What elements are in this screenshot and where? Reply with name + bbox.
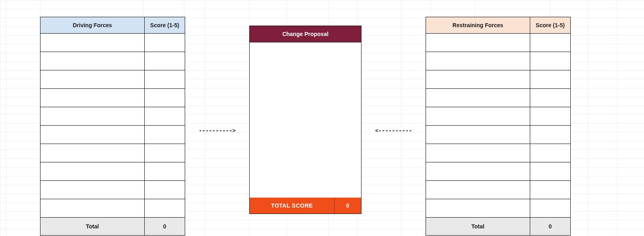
table-row	[426, 144, 570, 162]
restraining-score-cell[interactable]	[530, 89, 570, 107]
table-row	[40, 34, 185, 52]
table-row	[426, 34, 570, 52]
restraining-name-cell[interactable]	[426, 107, 530, 125]
table-row	[426, 70, 570, 89]
driving-forces-table: Driving Forces Score (1-5) Total 0	[40, 17, 185, 236]
arrow-right: ---------->	[185, 17, 249, 236]
table-row	[40, 52, 185, 70]
table-row	[426, 107, 570, 126]
driving-name-cell[interactable]	[40, 34, 145, 52]
table-row	[426, 181, 570, 199]
driving-total-value: 0	[145, 218, 185, 235]
driving-score-cell[interactable]	[145, 52, 185, 70]
driving-header-name: Driving Forces	[40, 17, 145, 33]
driving-score-cell[interactable]	[145, 70, 185, 88]
table-row	[40, 89, 185, 107]
driving-name-cell[interactable]	[40, 126, 145, 144]
restraining-score-cell[interactable]	[530, 181, 570, 199]
table-row	[426, 52, 570, 70]
table-row	[426, 162, 570, 181]
restraining-name-cell[interactable]	[426, 181, 530, 199]
arrow-left: <----------	[361, 17, 426, 236]
restraining-score-cell[interactable]	[530, 144, 570, 162]
driving-name-cell[interactable]	[40, 181, 145, 199]
driving-total-label: Total	[40, 218, 145, 235]
table-row	[426, 89, 570, 107]
table-row	[426, 199, 570, 218]
restraining-score-cell[interactable]	[530, 199, 570, 217]
driving-name-cell[interactable]	[40, 107, 145, 125]
driving-header-score: Score (1-5)	[145, 17, 185, 33]
table-row	[40, 144, 185, 162]
restraining-score-cell[interactable]	[530, 107, 570, 125]
driving-score-cell[interactable]	[145, 34, 185, 52]
table-row	[40, 181, 185, 199]
restraining-total-value: 0	[530, 218, 570, 235]
restraining-name-cell[interactable]	[426, 34, 530, 52]
spreadsheet-canvas[interactable]: Driving Forces Score (1-5) Total 0 -----…	[0, 0, 644, 236]
restraining-score-cell[interactable]	[530, 126, 570, 144]
restraining-score-cell[interactable]	[530, 70, 570, 88]
restraining-name-cell[interactable]	[426, 89, 530, 107]
total-score-value: 0	[335, 198, 361, 214]
restraining-score-cell[interactable]	[530, 34, 570, 52]
change-proposal-box: Change Proposal TOTAL SCORE 0	[249, 26, 361, 214]
driving-name-cell[interactable]	[40, 199, 145, 217]
restraining-header-score: Score (1-5)	[530, 17, 570, 33]
restraining-name-cell[interactable]	[426, 52, 530, 70]
table-row	[40, 70, 185, 89]
table-row	[40, 162, 185, 181]
driving-score-cell[interactable]	[145, 199, 185, 217]
table-row	[426, 126, 570, 144]
driving-name-cell[interactable]	[40, 89, 145, 107]
driving-name-cell[interactable]	[40, 144, 145, 162]
table-row	[40, 199, 185, 218]
restraining-name-cell[interactable]	[426, 162, 530, 180]
restraining-name-cell[interactable]	[426, 70, 530, 88]
restraining-total-label: Total	[426, 218, 530, 235]
restraining-name-cell[interactable]	[426, 126, 530, 144]
driving-score-cell[interactable]	[145, 181, 185, 199]
driving-name-cell[interactable]	[40, 70, 145, 88]
driving-score-cell[interactable]	[145, 107, 185, 125]
driving-score-cell[interactable]	[145, 162, 185, 180]
change-proposal-header: Change Proposal	[250, 26, 361, 42]
total-score-label: TOTAL SCORE	[250, 198, 335, 214]
restraining-score-cell[interactable]	[530, 162, 570, 180]
driving-name-cell[interactable]	[40, 52, 145, 70]
restraining-name-cell[interactable]	[426, 144, 530, 162]
table-row	[40, 107, 185, 126]
change-proposal-body[interactable]	[250, 42, 361, 198]
restraining-score-cell[interactable]	[530, 52, 570, 70]
restraining-header-name: Restraining Forces	[426, 17, 530, 33]
restraining-forces-table: Restraining Forces Score (1-5) Total 0	[426, 17, 571, 236]
driving-score-cell[interactable]	[145, 144, 185, 162]
driving-score-cell[interactable]	[145, 89, 185, 107]
driving-score-cell[interactable]	[145, 126, 185, 144]
table-row	[40, 126, 185, 144]
driving-name-cell[interactable]	[40, 162, 145, 180]
restraining-name-cell[interactable]	[426, 199, 530, 217]
